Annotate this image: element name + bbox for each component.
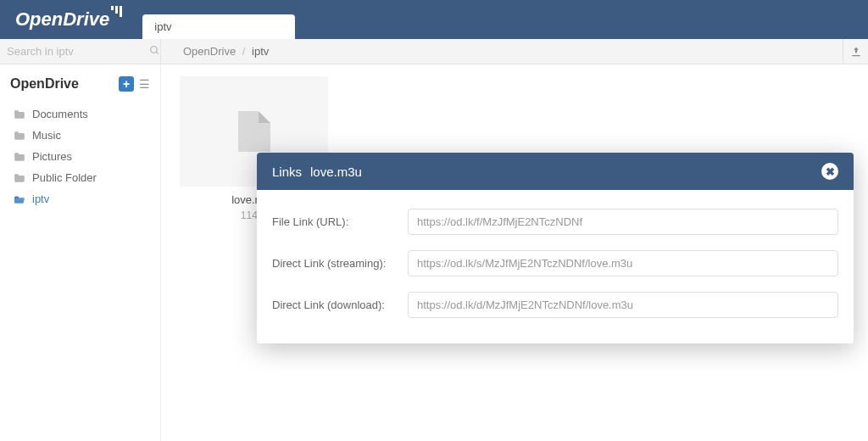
modal-body: File Link (URL): Direct Link (streaming)… [257,190,854,343]
file-link-row: File Link (URL): [272,209,838,235]
toolbar: OpenDrive / iptv [0,39,868,64]
sidebar-item-documents[interactable]: Documents [10,103,150,125]
direct-stream-input[interactable] [408,250,838,276]
sidebar-item-music[interactable]: Music [10,125,150,146]
tab-iptv[interactable]: iptv [142,14,295,39]
modal-header: Links love.m3u ✖ [257,153,854,190]
search-icon[interactable] [149,45,160,59]
sidebar-item-label: Public Folder [32,171,97,184]
add-button[interactable]: + [119,76,134,92]
brand-drive: Drive [63,8,109,31]
modal-title: Links love.m3u [272,165,362,179]
sidebar-item-iptv[interactable]: iptv [10,188,150,209]
sidebar-item-pictures[interactable]: Pictures [10,146,150,167]
sidebar-head: OpenDrive + ☰ [10,76,150,92]
breadcrumb-sep: / [239,45,249,58]
sidebar-item-label: Pictures [32,150,72,163]
folder-icon [14,152,25,162]
direct-stream-row: Direct Link (streaming): [272,250,838,276]
file-link-input[interactable] [408,209,838,235]
upload-button[interactable] [843,39,868,64]
menu-icon[interactable]: ☰ [139,77,150,91]
sidebar-item-label: Documents [32,108,88,120]
close-icon[interactable]: ✖ [821,163,838,180]
breadcrumb-current[interactable]: iptv [252,45,269,58]
file-link-label: File Link (URL): [272,215,408,228]
direct-stream-label: Direct Link (streaming): [272,257,408,270]
header-bar: OpenDrive iptv [0,0,868,39]
tab-label: iptv [154,20,171,33]
direct-download-input[interactable] [408,292,838,318]
file-icon [238,111,270,152]
brand-bars-icon [111,6,122,17]
modal-title-prefix: Links [272,165,302,179]
folder-open-icon [14,194,25,204]
folder-icon [14,173,25,183]
folder-tree: Documents Music Pictures Public Folder i… [10,103,150,209]
direct-download-row: Direct Link (download): [272,292,838,318]
search-box[interactable] [0,39,161,64]
sidebar-actions: + ☰ [119,76,150,92]
modal-title-name: love.m3u [310,165,362,179]
direct-download-label: Direct Link (download): [272,299,408,311]
breadcrumb: OpenDrive / iptv [161,45,843,58]
folder-icon [14,109,25,120]
sidebar-item-label: Music [32,129,61,142]
svg-line-1 [156,52,159,54]
links-modal: Links love.m3u ✖ File Link (URL): Direct… [257,153,854,343]
sidebar-item-public-folder[interactable]: Public Folder [10,167,150,188]
brand-logo[interactable]: OpenDrive [0,8,137,39]
sidebar: OpenDrive + ☰ Documents Music Pictures P… [0,64,161,441]
svg-point-0 [151,46,158,53]
sidebar-title: OpenDrive [10,76,79,92]
brand-open: Open [15,8,63,31]
search-input[interactable] [7,45,149,58]
folder-icon [14,131,25,141]
breadcrumb-root[interactable]: OpenDrive [183,45,236,58]
sidebar-item-label: iptv [32,193,49,205]
